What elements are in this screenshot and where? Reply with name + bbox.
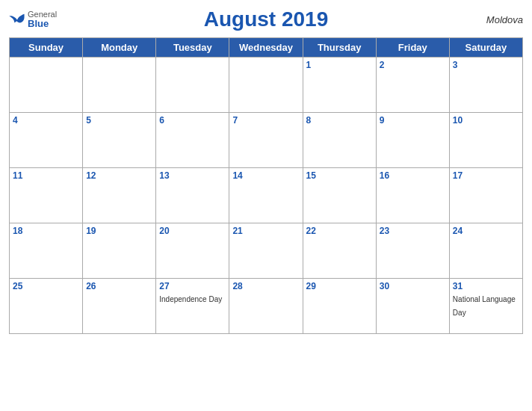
day-number: 13	[159, 170, 226, 181]
day-number: 4	[13, 115, 79, 126]
calendar-day-cell: 17	[449, 168, 522, 223]
calendar-day-cell: 5	[83, 113, 156, 168]
logo-blue-text: Blue	[28, 19, 57, 29]
day-number: 31	[453, 281, 519, 291]
calendar-day-cell	[229, 58, 303, 113]
calendar-day-cell: 20	[156, 223, 229, 279]
day-number: 1	[306, 60, 373, 70]
calendar-day-cell: 11	[10, 168, 83, 223]
logo: General Blue	[9, 10, 57, 29]
day-number: 30	[380, 281, 446, 291]
calendar-week-row: 11121314151617	[10, 168, 523, 223]
day-number: 20	[159, 226, 226, 236]
calendar-day-cell: 15	[303, 168, 376, 223]
day-number: 5	[86, 115, 152, 126]
day-number: 11	[13, 170, 79, 181]
day-number: 25	[13, 281, 79, 291]
calendar-day-cell: 22	[303, 223, 376, 279]
day-number: 8	[306, 115, 373, 126]
calendar-week-row: 123	[10, 58, 523, 113]
calendar-day-cell: 8	[303, 113, 376, 168]
day-number: 19	[86, 226, 152, 236]
calendar-day-cell	[10, 58, 83, 113]
day-number: 17	[453, 170, 519, 181]
calendar-day-cell: 31National Language Day	[449, 279, 522, 334]
calendar-day-cell: 13	[156, 168, 229, 223]
day-number: 9	[380, 115, 446, 126]
col-saturday: Saturday	[449, 38, 522, 58]
calendar-day-cell: 12	[83, 168, 156, 223]
calendar-day-cell	[156, 58, 229, 113]
calendar-day-cell: 1	[303, 58, 376, 113]
day-number: 2	[380, 60, 446, 70]
day-number: 6	[159, 115, 226, 126]
calendar-day-cell: 24	[449, 223, 522, 279]
day-number: 23	[380, 226, 446, 236]
calendar-day-cell: 18	[10, 223, 83, 279]
calendar-week-row: 45678910	[10, 113, 523, 168]
calendar-header: General Blue August 2019 Moldova	[9, 7, 523, 31]
calendar-day-cell: 9	[376, 113, 449, 168]
day-number: 26	[86, 281, 152, 291]
col-sunday: Sunday	[10, 38, 83, 58]
calendar-day-cell: 4	[10, 113, 83, 168]
calendar-day-cell	[83, 58, 156, 113]
day-number: 24	[453, 226, 519, 236]
day-number: 18	[13, 226, 79, 236]
day-number: 29	[306, 281, 373, 291]
day-number: 16	[380, 170, 446, 181]
calendar-day-cell: 29	[303, 279, 376, 334]
calendar-week-row: 18192021222324	[10, 223, 523, 279]
calendar-body: 1234567891011121314151617181920212223242…	[10, 58, 523, 334]
day-number: 3	[453, 60, 519, 70]
country-label: Moldova	[486, 14, 523, 25]
calendar-table: Sunday Monday Tuesday Wednesday Thursday…	[9, 37, 523, 334]
col-monday: Monday	[83, 38, 156, 58]
day-number: 15	[306, 170, 373, 181]
day-event: National Language Day	[453, 295, 516, 317]
col-thursday: Thursday	[303, 38, 376, 58]
calendar-day-cell: 7	[229, 113, 303, 168]
calendar-title: August 2019	[204, 7, 329, 31]
calendar-day-cell: 23	[376, 223, 449, 279]
calendar-day-cell: 27Independence Day	[156, 279, 229, 334]
day-number: 10	[453, 115, 519, 126]
calendar-day-cell: 2	[376, 58, 449, 113]
calendar-day-cell: 6	[156, 113, 229, 168]
calendar-day-cell: 28	[229, 279, 303, 334]
calendar-day-cell: 26	[83, 279, 156, 334]
calendar-day-cell: 21	[229, 223, 303, 279]
day-number: 28	[232, 281, 299, 291]
day-event: Independence Day	[159, 295, 222, 303]
calendar-day-cell: 19	[83, 223, 156, 279]
logo-icon	[9, 13, 25, 26]
day-number: 12	[86, 170, 152, 181]
day-number: 27	[159, 281, 226, 291]
calendar-day-cell: 10	[449, 113, 522, 168]
calendar-day-cell: 16	[376, 168, 449, 223]
calendar-day-cell: 3	[449, 58, 522, 113]
day-number: 14	[232, 170, 299, 181]
calendar-day-cell: 14	[229, 168, 303, 223]
col-wednesday: Wednesday	[229, 38, 303, 58]
col-tuesday: Tuesday	[156, 38, 229, 58]
calendar-week-row: 252627Independence Day28293031National L…	[10, 279, 523, 334]
calendar-day-cell: 25	[10, 279, 83, 334]
day-number: 7	[232, 115, 299, 126]
day-number: 21	[232, 226, 299, 236]
calendar-container: General Blue August 2019 Moldova Sunday …	[0, 0, 532, 411]
calendar-day-cell: 30	[376, 279, 449, 334]
weekday-header-row: Sunday Monday Tuesday Wednesday Thursday…	[10, 38, 523, 58]
col-friday: Friday	[376, 38, 449, 58]
day-number: 22	[306, 226, 373, 236]
